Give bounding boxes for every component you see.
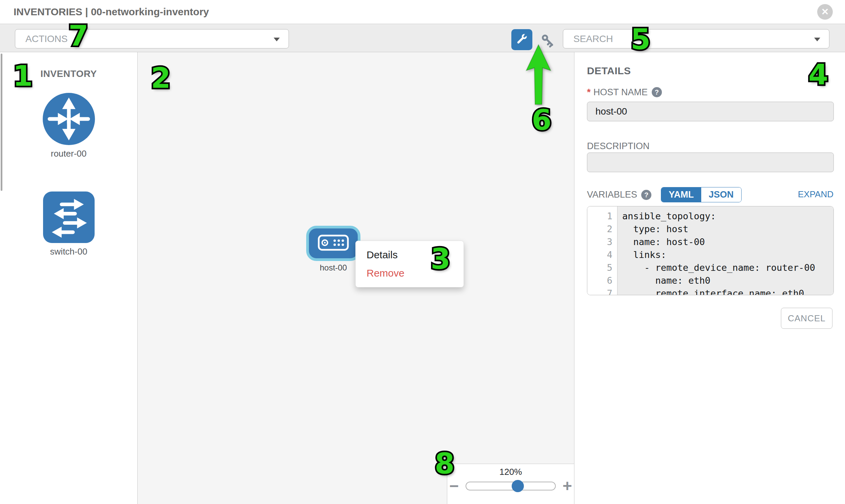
details-title: DETAILS — [587, 65, 631, 77]
inventory-sidebar: INVENTORY router-00 — [0, 52, 138, 504]
variables-row: VARIABLES ? YAML JSON — [587, 187, 742, 202]
host-icon — [318, 235, 349, 252]
actions-dropdown-label: ACTIONS — [25, 34, 68, 44]
search-dropdown[interactable]: SEARCH — [563, 29, 829, 49]
inventory-topology-page: INVENTORIES | 00-networking-inventory ✕ … — [0, 0, 845, 504]
annotation-8: 8 — [435, 449, 454, 478]
zoom-in-button[interactable]: + — [563, 478, 572, 494]
zoom-slider-handle[interactable] — [512, 480, 524, 492]
annotation-1: 1 — [13, 62, 33, 90]
editor-gutter: 1 2 3 4 5 6 7 — [587, 206, 617, 295]
switch-label: switch-00 — [0, 247, 137, 257]
variables-format-toggle: YAML JSON — [661, 187, 742, 202]
switch-icon[interactable] — [43, 192, 94, 243]
code-line: name: host-00 — [622, 236, 833, 249]
line-number: 4 — [587, 249, 617, 261]
required-asterisk: * — [587, 87, 591, 97]
editor-code[interactable]: ansible_topology: type: host name: host-… — [617, 206, 833, 295]
variables-label: VARIABLES — [587, 190, 637, 200]
chevron-down-icon — [274, 38, 280, 41]
sidebar-item-router[interactable]: router-00 — [0, 93, 137, 159]
host-node-label: host-00 — [306, 263, 360, 272]
line-number: 2 — [587, 223, 617, 236]
line-number: 3 — [587, 236, 617, 249]
sidebar-item-switch[interactable]: switch-00 — [0, 192, 137, 257]
cancel-button[interactable]: CANCEL — [781, 308, 832, 329]
help-icon[interactable]: ? — [641, 190, 651, 200]
details-panel: DETAILS * HOST NAME ? DESCRIPTION VARIAB… — [574, 52, 845, 504]
search-dropdown-label: SEARCH — [574, 34, 613, 44]
code-line: ansible_topology: — [622, 210, 833, 223]
code-line: type: host — [622, 223, 833, 236]
header: INVENTORIES | 00-networking-inventory ✕ — [0, 0, 845, 24]
host-name-label-row: * HOST NAME ? — [587, 87, 662, 97]
zoom-percent: 120% — [447, 467, 574, 477]
line-number: 6 — [587, 274, 617, 287]
router-label: router-00 — [0, 148, 137, 159]
code-line: name: eth0 — [622, 274, 833, 287]
actions-dropdown[interactable]: ACTIONS — [15, 29, 289, 49]
annotation-3: 3 — [430, 245, 450, 273]
host-name-label: HOST NAME — [593, 87, 648, 97]
annotation-6: 6 — [532, 106, 551, 134]
annotation-arrow-icon — [524, 43, 556, 108]
page-title: INVENTORIES | 00-networking-inventory — [14, 6, 209, 18]
zoom-control: 120% − + — [447, 464, 574, 504]
annotation-4: 4 — [808, 60, 828, 89]
annotation-2: 2 — [151, 64, 171, 92]
code-line: links: — [622, 249, 833, 261]
close-icon[interactable]: ✕ — [817, 4, 833, 20]
chevron-down-icon — [814, 38, 820, 41]
zoom-slider[interactable] — [465, 482, 556, 490]
description-label: DESCRIPTION — [587, 141, 650, 151]
line-number: 7 — [587, 287, 617, 295]
annotation-7: 7 — [69, 22, 88, 50]
description-field[interactable] — [587, 152, 834, 172]
sidebar-scrollbar[interactable] — [1, 54, 2, 191]
zoom-out-button[interactable]: − — [449, 478, 459, 494]
code-line: remote_interface_name: eth0 — [622, 287, 833, 295]
line-number: 5 — [587, 261, 617, 274]
host-name-field[interactable] — [587, 102, 834, 121]
toggle-json[interactable]: JSON — [701, 187, 741, 202]
router-icon[interactable] — [43, 93, 95, 145]
code-line: - remote_device_name: router-00 — [622, 261, 833, 274]
expand-link[interactable]: EXPAND — [798, 189, 833, 200]
description-label-row: DESCRIPTION — [587, 141, 650, 151]
annotation-5: 5 — [631, 25, 650, 54]
toolbar: ACTIONS — [0, 24, 845, 52]
help-icon[interactable]: ? — [652, 87, 662, 97]
toggle-yaml[interactable]: YAML — [661, 187, 701, 202]
host-node[interactable] — [306, 226, 360, 261]
variables-editor[interactable]: 1 2 3 4 5 6 7 ansible_topology: type: ho… — [587, 206, 834, 295]
line-number: 1 — [587, 210, 617, 223]
topology-canvas[interactable]: host-00 Details Remove 120% − + — [138, 52, 574, 504]
